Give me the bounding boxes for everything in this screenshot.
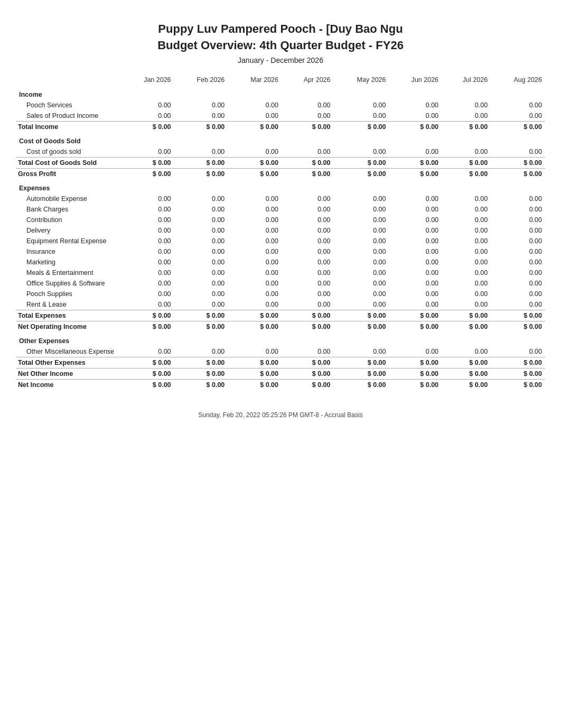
row-value: 0.00 xyxy=(334,146,389,158)
row-label: Pooch Supplies xyxy=(16,289,121,299)
total-value: $ 0.00 xyxy=(491,121,545,132)
row-value: 0.00 xyxy=(228,299,282,310)
total-label: Total Expenses xyxy=(16,310,121,321)
total-value: $ 0.00 xyxy=(334,168,389,179)
total-value: $ 0.00 xyxy=(389,379,442,390)
row-value: 0.00 xyxy=(491,246,545,257)
row-value: 0.00 xyxy=(491,110,545,122)
row-value: 0.00 xyxy=(389,246,442,257)
row-value: 0.00 xyxy=(389,100,442,110)
row-value: 0.00 xyxy=(334,100,389,110)
total-value: $ 0.00 xyxy=(491,321,545,332)
total-value: $ 0.00 xyxy=(282,357,333,368)
row-value: 0.00 xyxy=(282,193,333,204)
row-value: 0.00 xyxy=(282,100,333,110)
row-value: 0.00 xyxy=(228,289,282,299)
total-value: $ 0.00 xyxy=(228,321,282,332)
total-value: $ 0.00 xyxy=(282,379,333,390)
row-value: 0.00 xyxy=(491,193,545,204)
total-value: $ 0.00 xyxy=(121,157,174,168)
report-date-range: January - December 2026 xyxy=(16,56,545,64)
total-value: $ 0.00 xyxy=(174,310,228,321)
row-value: 0.00 xyxy=(282,236,333,246)
row-value: 0.00 xyxy=(389,236,442,246)
row-value: 0.00 xyxy=(442,278,491,289)
row-value: 0.00 xyxy=(282,299,333,310)
total-label: Total Income xyxy=(16,121,121,132)
row-value: 0.00 xyxy=(442,215,491,225)
col-header-feb: Feb 2026 xyxy=(174,74,228,86)
row-value: 0.00 xyxy=(389,146,442,158)
total-value: $ 0.00 xyxy=(334,121,389,132)
row-label: Delivery xyxy=(16,225,121,236)
total-value: $ 0.00 xyxy=(228,310,282,321)
row-value: 0.00 xyxy=(442,246,491,257)
table-row: Equipment Rental Expense0.000.000.000.00… xyxy=(16,236,545,246)
row-value: 0.00 xyxy=(389,289,442,299)
row-value: 0.00 xyxy=(334,299,389,310)
section-header-row: Income xyxy=(16,86,545,100)
total-value: $ 0.00 xyxy=(121,379,174,390)
row-value: 0.00 xyxy=(334,204,389,215)
row-value: 0.00 xyxy=(282,146,333,158)
row-value: 0.00 xyxy=(334,193,389,204)
total-value: $ 0.00 xyxy=(228,168,282,179)
total-value: $ 0.00 xyxy=(174,168,228,179)
total-value: $ 0.00 xyxy=(174,321,228,332)
row-value: 0.00 xyxy=(174,100,228,110)
row-value: 0.00 xyxy=(121,146,174,158)
total-value: $ 0.00 xyxy=(121,321,174,332)
row-label: Insurance xyxy=(16,246,121,257)
row-value: 0.00 xyxy=(174,236,228,246)
total-row: Total Cost of Goods Sold$ 0.00$ 0.00$ 0.… xyxy=(16,157,545,168)
row-value: 0.00 xyxy=(228,193,282,204)
table-header-row: Jan 2026 Feb 2026 Mar 2026 Apr 2026 May … xyxy=(16,74,545,86)
total-value: $ 0.00 xyxy=(389,368,442,379)
row-value: 0.00 xyxy=(228,278,282,289)
row-label: Meals & Entertainment xyxy=(16,268,121,278)
total-value: $ 0.00 xyxy=(491,157,545,168)
total-value: $ 0.00 xyxy=(282,310,333,321)
row-value: 0.00 xyxy=(174,346,228,357)
col-header-apr: Apr 2026 xyxy=(282,74,333,86)
total-label: Net Income xyxy=(16,379,121,390)
row-value: 0.00 xyxy=(442,257,491,268)
total-value: $ 0.00 xyxy=(334,357,389,368)
table-row: Rent & Lease0.000.000.000.000.000.000.00… xyxy=(16,299,545,310)
row-value: 0.00 xyxy=(334,257,389,268)
section-header-label: Expenses xyxy=(16,179,545,193)
total-value: $ 0.00 xyxy=(121,310,174,321)
row-value: 0.00 xyxy=(174,110,228,122)
row-value: 0.00 xyxy=(442,110,491,122)
row-value: 0.00 xyxy=(121,246,174,257)
row-value: 0.00 xyxy=(491,257,545,268)
row-value: 0.00 xyxy=(389,268,442,278)
row-value: 0.00 xyxy=(491,289,545,299)
row-value: 0.00 xyxy=(442,146,491,158)
total-value: $ 0.00 xyxy=(174,379,228,390)
total-row: Gross Profit$ 0.00$ 0.00$ 0.00$ 0.00$ 0.… xyxy=(16,168,545,179)
table-row: Meals & Entertainment0.000.000.000.000.0… xyxy=(16,268,545,278)
row-value: 0.00 xyxy=(121,236,174,246)
row-value: 0.00 xyxy=(282,346,333,357)
row-value: 0.00 xyxy=(228,236,282,246)
total-value: $ 0.00 xyxy=(442,357,491,368)
row-value: 0.00 xyxy=(282,268,333,278)
row-value: 0.00 xyxy=(174,289,228,299)
row-value: 0.00 xyxy=(442,236,491,246)
total-label: Gross Profit xyxy=(16,168,121,179)
total-row: Total Other Expenses$ 0.00$ 0.00$ 0.00$ … xyxy=(16,357,545,368)
total-value: $ 0.00 xyxy=(491,368,545,379)
row-value: 0.00 xyxy=(442,225,491,236)
total-value: $ 0.00 xyxy=(334,368,389,379)
row-value: 0.00 xyxy=(174,257,228,268)
total-value: $ 0.00 xyxy=(282,157,333,168)
row-value: 0.00 xyxy=(334,289,389,299)
row-value: 0.00 xyxy=(174,278,228,289)
row-label: Pooch Services xyxy=(16,100,121,110)
row-label: Bank Charges xyxy=(16,204,121,215)
row-value: 0.00 xyxy=(491,299,545,310)
row-value: 0.00 xyxy=(389,110,442,122)
row-value: 0.00 xyxy=(121,278,174,289)
row-value: 0.00 xyxy=(389,225,442,236)
